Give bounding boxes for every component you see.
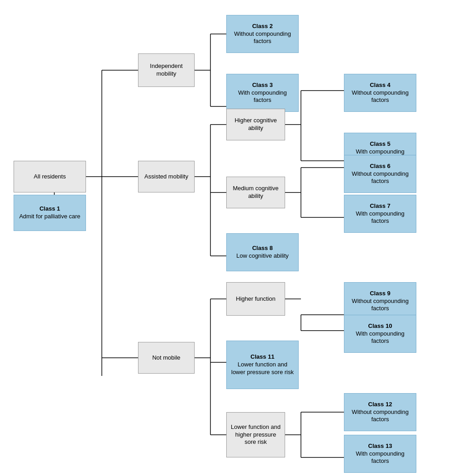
diagram: All residents Class 1 Admit for palliati… [0,0,453,476]
not-mobile-label: Not mobile [152,354,180,362]
class7-class-label: Class 7 [348,202,412,210]
class7-node: Class 7 With compounding factors [344,195,416,233]
class3-class-label: Class 3 [230,82,295,89]
class10-class-label: Class 10 [348,322,412,330]
higher-func-node: Higher function [226,282,285,316]
class6-class-label: Class 6 [348,163,412,170]
class2-node: Class 2 Without compounding factors [226,15,299,53]
class4-desc: Without compounding factors [348,89,412,105]
not-mobile-node: Not mobile [138,342,195,374]
class1-desc: Admit for palliative care [19,213,80,221]
class12-class-label: Class 12 [348,401,412,409]
all-residents-node: All residents [14,161,86,192]
class8-class-label: Class 8 [236,245,289,252]
class8-node: Class 8 Low cognitive ability [226,233,299,271]
class9-desc: Without compounding factors [348,298,412,313]
class6-desc: Without compounding factors [348,170,412,186]
class4-class-label: Class 4 [348,82,412,89]
class12-node: Class 12 Without compounding factors [344,393,416,431]
class13-desc: With compounding factors [348,450,412,466]
class12-desc: Without compounding factors [348,409,412,424]
class11-class-label: Class 11 [230,353,295,361]
class5-class-label: Class 5 [348,140,412,148]
class10-desc: With compounding factors [348,330,412,346]
class11-node: Class 11 Lower function and lower pressu… [226,341,299,389]
class3-node: Class 3 With compounding factors [226,74,299,112]
class13-node: Class 13 With compounding factors [344,435,416,473]
all-residents-label: All residents [34,173,66,181]
medium-cog-node: Medium cognitive ability [226,177,285,208]
class2-class-label: Class 2 [230,23,295,30]
class13-class-label: Class 13 [348,442,412,450]
medium-cog-label: Medium cognitive ability [230,185,281,200]
class10-node: Class 10 With compounding factors [344,315,416,353]
class1-node: Class 1 Admit for palliative care [14,195,86,231]
class2-desc: Without compounding factors [230,30,295,46]
independent-mobility-node: Independent mobility [138,53,195,87]
class8-desc: Low cognitive ability [236,252,289,260]
lower-func-higher-label: Lower function and higher pressure sore … [230,423,281,447]
higher-cog-label: Higher cognitive ability [230,117,281,132]
class6-node: Class 6 Without compounding factors [344,155,416,193]
class4-node: Class 4 Without compounding factors [344,74,416,112]
independent-mobility-label: Independent mobility [142,63,191,78]
lower-func-higher-node: Lower function and higher pressure sore … [226,412,285,457]
class7-desc: With compounding factors [348,210,412,226]
assisted-mobility-label: Assisted mobility [144,173,188,181]
class9-class-label: Class 9 [348,290,412,298]
higher-func-label: Higher function [236,295,275,303]
higher-cog-node: Higher cognitive ability [226,109,285,140]
assisted-mobility-node: Assisted mobility [138,161,195,192]
class11-desc: Lower function and lower pressure sore r… [230,361,295,376]
class3-desc: With compounding factors [230,89,295,105]
class1-class-label: Class 1 [19,205,80,213]
